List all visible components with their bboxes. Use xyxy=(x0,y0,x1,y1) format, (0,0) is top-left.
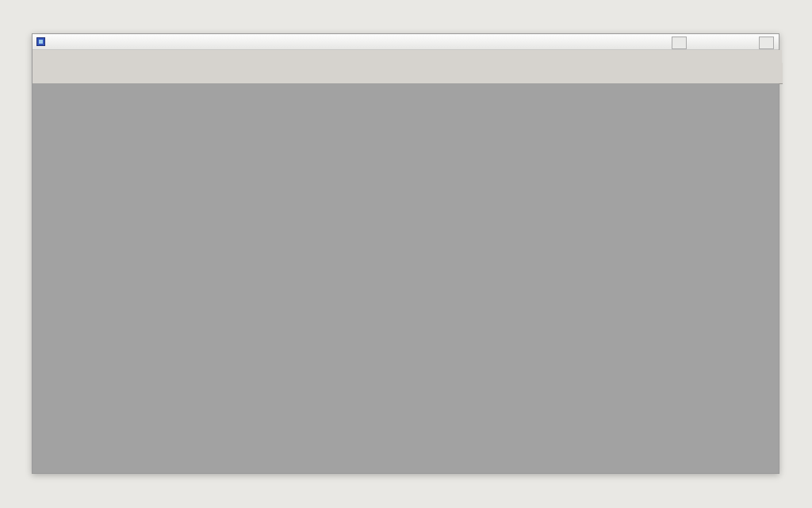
mdi-workspace xyxy=(33,83,779,473)
close-button[interactable] xyxy=(759,37,774,49)
menu-bar xyxy=(33,50,782,64)
screenshot-stage xyxy=(0,0,812,508)
minimize-button[interactable] xyxy=(672,37,687,49)
main-titlebar[interactable] xyxy=(33,34,779,50)
app-icon xyxy=(36,37,45,46)
epas4-main-window xyxy=(32,33,779,474)
toolbar xyxy=(33,63,783,84)
